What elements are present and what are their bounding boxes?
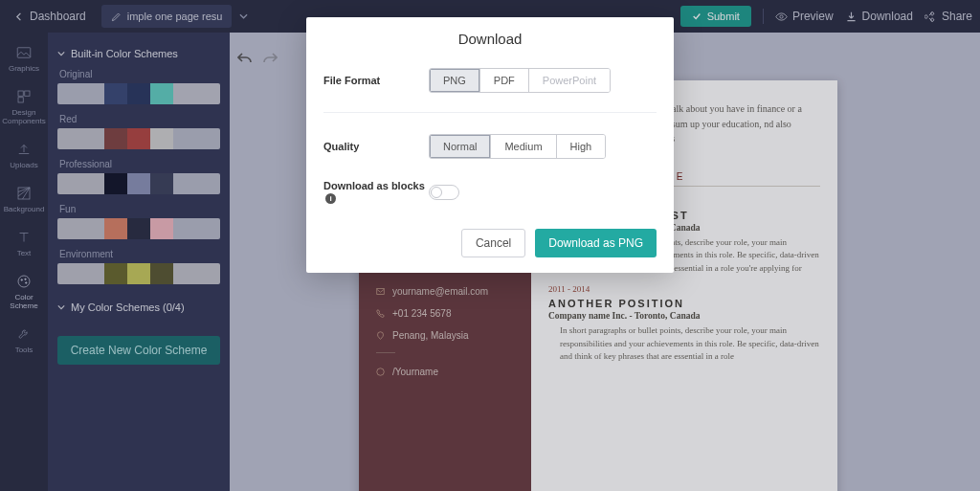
download-blocks-toggle[interactable] [429,185,459,200]
quality-segment: Normal Medium High [429,134,606,159]
file-format-segment: PNG PDF PowerPoint [429,68,611,93]
format-pdf[interactable]: PDF [480,69,529,92]
download-blocks-label: Download as blocks i [323,180,429,204]
format-png[interactable]: PNG [430,69,480,92]
download-modal: Download File Format PNG PDF PowerPoint … [306,17,674,273]
modal-title: Download [323,31,657,47]
quality-high[interactable]: High [557,135,606,158]
quality-label: Quality [323,141,429,152]
cancel-button[interactable]: Cancel [461,229,525,257]
quality-normal[interactable]: Normal [430,135,491,158]
file-format-label: File Format [323,75,429,86]
quality-medium[interactable]: Medium [491,135,556,158]
download-as-png-button[interactable]: Download as PNG [535,229,657,257]
format-powerpoint[interactable]: PowerPoint [529,69,610,92]
info-icon[interactable]: i [325,193,336,204]
